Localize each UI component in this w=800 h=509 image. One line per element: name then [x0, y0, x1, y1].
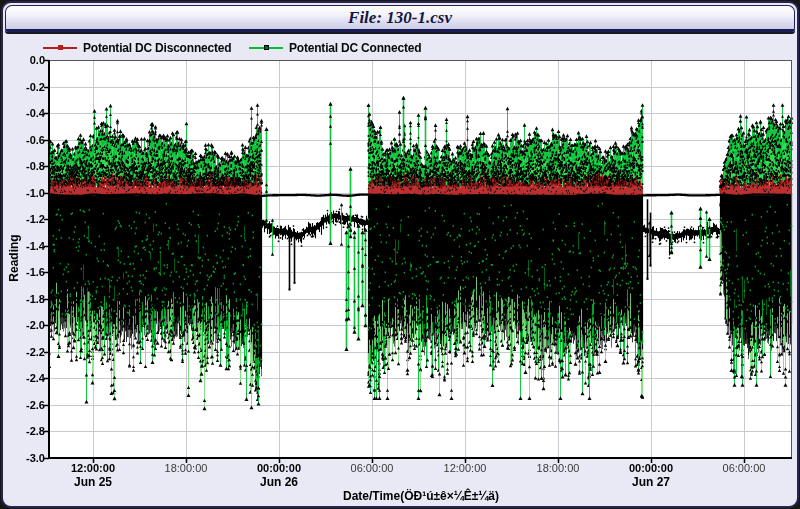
x-tick-label: 12:00:00 [430, 462, 500, 474]
y-tick-label: -0.2 [5, 81, 45, 93]
y-tick-label: -1.2 [5, 213, 45, 225]
x-tick-label: 18:00:00 [151, 462, 221, 474]
y-tick-label: -1.0 [5, 187, 45, 199]
y-tick-label: -2.0 [5, 319, 45, 331]
y-tick-label: -2.4 [5, 372, 45, 384]
x-tick-label: 06:00:00 [337, 462, 407, 474]
y-axis-title: Reading [7, 223, 21, 293]
chart-plot-area [3, 3, 799, 508]
x-tick-label: 00:00:00 [616, 462, 686, 474]
y-tick-label: -2.2 [5, 346, 45, 358]
x-tick-label: 06:00:00 [709, 462, 779, 474]
green-line-marker-icon [249, 47, 283, 49]
y-tick-label: -1.8 [5, 293, 45, 305]
x-date-label: Jun 25 [58, 475, 128, 489]
x-date-label: Jun 26 [244, 475, 314, 489]
legend-label-connected: Potential DC Connected [289, 41, 421, 55]
x-tick-label: 00:00:00 [244, 462, 314, 474]
x-axis-title: Date/Time(ÖÐ¹ú±ê×¼Ê±¼ä) [343, 489, 499, 503]
y-tick-label: 0.0 [5, 54, 45, 66]
x-date-label: Jun 27 [616, 475, 686, 489]
y-tick-label: -2.6 [5, 399, 45, 411]
app-window: File: 130-1.csv Potential DC Disconnecte… [1, 1, 799, 508]
y-tick-label: -0.6 [5, 134, 45, 146]
legend-label-disconnected: Potential DC Disconnected [83, 41, 231, 55]
y-tick-label: -0.8 [5, 160, 45, 172]
y-tick-label: -0.4 [5, 107, 45, 119]
y-tick-label: -3.0 [5, 452, 45, 464]
x-tick-label: 18:00:00 [523, 462, 593, 474]
red-line-marker-icon [43, 47, 77, 49]
x-tick-label: 12:00:00 [58, 462, 128, 474]
y-tick-label: -1.6 [5, 266, 45, 278]
y-tick-label: -2.8 [5, 425, 45, 437]
y-tick-label: -1.4 [5, 240, 45, 252]
